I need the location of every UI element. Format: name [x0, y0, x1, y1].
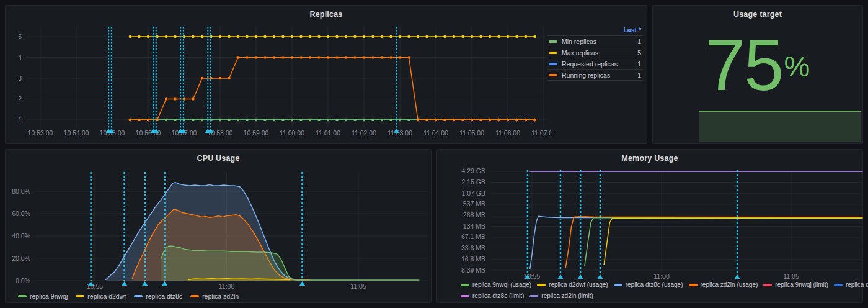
svg-text:10:55: 10:55	[87, 283, 103, 290]
usage-target-value: 75 %	[653, 22, 862, 110]
usage-target-panel: Usage target 75 %	[652, 5, 863, 144]
svg-text:1.07 GB: 1.07 GB	[461, 189, 485, 197]
series-label: replica zd2ln	[202, 292, 239, 300]
series-last-value: 5	[637, 49, 641, 57]
series-label: Running replicas	[562, 71, 637, 79]
legend-item-replica-9nwqj[interactable]: replica 9nwqj	[18, 292, 68, 300]
legend-item-replica-dtz8c-limit-[interactable]: replica dtz8c (limit)	[461, 292, 524, 299]
series-color-swatch	[537, 284, 546, 286]
svg-text:1: 1	[18, 116, 22, 124]
series-last-value: 1	[637, 60, 641, 68]
replicas-chart[interactable]: 1234510:53:0010:54:0010:55:0010:56:0010:…	[6, 23, 551, 145]
svg-text:11:00:00: 11:00:00	[280, 129, 304, 137]
series-color-swatch	[190, 295, 199, 297]
memory-usage-panel-title[interactable]: Memory Usage	[437, 150, 862, 167]
legend-item-replica-d2dwf-limit-[interactable]: replica d2dwf (limit)	[834, 281, 868, 288]
legend-item-replica-9nwqj-limit-[interactable]: replica 9nwqj (limit)	[763, 281, 828, 288]
memory-usage-legend: replica 9nwqj (usage)replica d2dwf (usag…	[461, 279, 861, 301]
legend-item-replica-d2dwf[interactable]: replica d2dwf	[76, 292, 126, 300]
replicas-legend-table: Last * Min replicas1Max replicas5Request…	[547, 25, 643, 81]
svg-text:11:02:00: 11:02:00	[352, 129, 376, 137]
svg-text:8.39 MB: 8.39 MB	[461, 266, 485, 274]
series-color-swatch	[461, 295, 469, 297]
series-label: replica dtz8c (limit)	[472, 292, 524, 299]
series-color-swatch	[134, 295, 143, 297]
series-color-swatch	[76, 295, 84, 297]
series-label: replica dtz8c (usage)	[626, 281, 683, 288]
svg-text:16.8 MB: 16.8 MB	[461, 255, 485, 263]
svg-text:2: 2	[18, 95, 22, 102]
series-color-swatch	[763, 284, 772, 286]
cpu-usage-legend: replica 9nwqjreplica d2dwfreplica dtz8cr…	[18, 292, 428, 300]
svg-text:80.0%: 80.0%	[12, 188, 30, 195]
series-label: replica d2dwf (usage)	[549, 281, 608, 288]
svg-text:268 MB: 268 MB	[463, 211, 485, 219]
svg-text:40.0%: 40.0%	[12, 232, 30, 240]
legend-item-replica-9nwqj-usage-[interactable]: replica 9nwqj (usage)	[461, 281, 531, 288]
series-color-swatch	[549, 74, 557, 76]
svg-text:10:54:00: 10:54:00	[64, 129, 89, 137]
legend-item-replica-zd2ln-usage-[interactable]: replica zd2ln (usage)	[689, 281, 758, 288]
series-color-swatch	[834, 284, 843, 286]
svg-text:60.0%: 60.0%	[12, 210, 30, 217]
legend-row-min-replicas[interactable]: Min replicas1	[547, 35, 643, 47]
legend-item-replica-zd2ln[interactable]: replica zd2ln	[190, 292, 239, 300]
legend-item-replica-d2dwf-usage-[interactable]: replica d2dwf (usage)	[537, 281, 608, 288]
legend-row-max-replicas[interactable]: Max replicas5	[547, 47, 643, 58]
svg-text:33.6 MB: 33.6 MB	[461, 244, 485, 251]
usage-target-panel-title[interactable]: Usage target	[653, 6, 862, 23]
svg-text:67.1 MB: 67.1 MB	[461, 233, 485, 240]
svg-text:0.0%: 0.0%	[16, 277, 30, 284]
usage-target-number: 75	[706, 35, 783, 97]
series-label: replica dtz8c	[146, 292, 182, 300]
series-color-swatch	[529, 295, 538, 297]
legend-last-header[interactable]: Last *	[547, 25, 643, 35]
svg-text:11:05: 11:05	[350, 283, 366, 290]
series-color-swatch	[549, 52, 557, 54]
svg-text:537 MB: 537 MB	[463, 200, 485, 207]
series-label: replica d2dwf (limit)	[846, 281, 868, 288]
series-label: replica 9nwqj (limit)	[775, 281, 828, 288]
svg-text:11:03:00: 11:03:00	[388, 129, 412, 137]
svg-text:134 MB: 134 MB	[463, 222, 485, 230]
usage-target-bar	[699, 111, 861, 142]
series-color-swatch	[689, 284, 698, 286]
legend-row-running-replicas[interactable]: Running replicas1	[547, 69, 643, 81]
replicas-panel-title[interactable]: Replicas	[6, 6, 647, 23]
series-label: replica zd2ln (limit)	[541, 292, 593, 299]
svg-text:4: 4	[18, 53, 22, 61]
svg-text:11:00: 11:00	[219, 283, 235, 290]
cpu-usage-panel: CPU Usage 0.0%20.0%40.0%60.0%80.0%10:551…	[5, 149, 432, 303]
series-color-swatch	[549, 40, 557, 43]
legend-row-requested-replicas[interactable]: Requested replicas1	[547, 58, 643, 69]
series-label: replica 9nwqj (usage)	[472, 281, 531, 288]
svg-text:20.0%: 20.0%	[12, 255, 30, 262]
memory-usage-chart[interactable]: 8.39 MB16.8 MB33.6 MB67.1 MB134 MB268 MB…	[437, 167, 864, 281]
svg-text:11:06:00: 11:06:00	[495, 129, 520, 137]
series-color-swatch	[18, 295, 27, 297]
svg-text:11:04:00: 11:04:00	[423, 129, 448, 137]
svg-text:11:07:00: 11:07:00	[531, 129, 551, 137]
svg-text:11:01:00: 11:01:00	[316, 129, 340, 137]
legend-item-replica-zd2ln-limit-[interactable]: replica zd2ln (limit)	[529, 292, 593, 299]
series-color-swatch	[614, 284, 622, 286]
replicas-panel: Replicas 1234510:53:0010:54:0010:55:0010…	[5, 5, 647, 144]
svg-text:2.15 GB: 2.15 GB	[461, 178, 485, 186]
series-last-value: 1	[637, 38, 641, 45]
series-label: Requested replicas	[562, 60, 637, 68]
memory-usage-panel: Memory Usage 8.39 MB16.8 MB33.6 MB67.1 M…	[436, 149, 863, 303]
svg-text:10:59:00: 10:59:00	[244, 129, 269, 137]
series-label: replica d2dwf	[87, 292, 126, 300]
cpu-usage-chart[interactable]: 0.0%20.0%40.0%60.0%80.0%10:5511:0011:05	[6, 167, 432, 292]
series-label: replica zd2ln (usage)	[701, 281, 758, 288]
legend-item-replica-dtz8c-usage-[interactable]: replica dtz8c (usage)	[614, 281, 683, 288]
series-color-swatch	[461, 284, 469, 286]
series-label: replica 9nwqj	[30, 292, 68, 300]
svg-text:11:05:00: 11:05:00	[459, 129, 484, 137]
legend-item-replica-dtz8c[interactable]: replica dtz8c	[134, 292, 182, 300]
series-label: Min replicas	[562, 38, 637, 45]
svg-text:5: 5	[18, 33, 22, 40]
svg-text:3: 3	[18, 75, 22, 82]
series-color-swatch	[549, 63, 557, 65]
cpu-usage-panel-title[interactable]: CPU Usage	[6, 150, 431, 167]
